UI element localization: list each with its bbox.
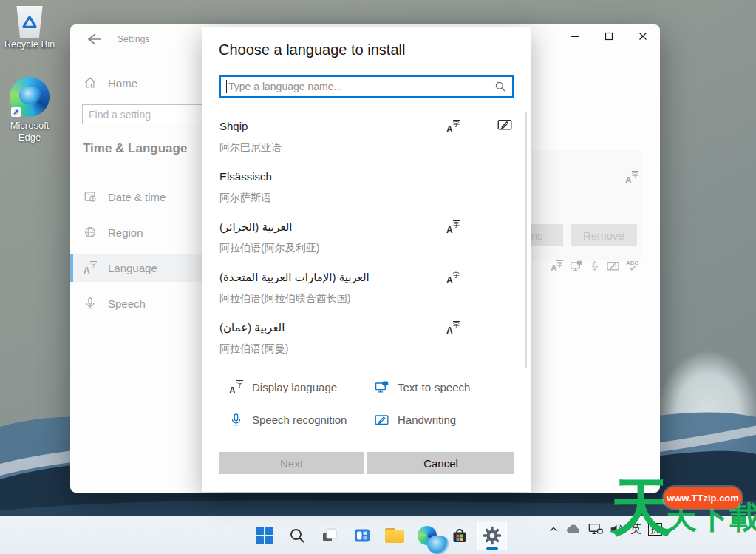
- shortcut-arrow-icon: ↗: [11, 107, 21, 117]
- gear-icon: [483, 526, 502, 545]
- edge-icon: [418, 526, 437, 545]
- desktop-icon-label: Microsoft Edge: [0, 120, 59, 143]
- volume-icon[interactable]: [610, 523, 624, 536]
- language-row[interactable]: العربية (الإمارات العربية المتحدة) 阿拉伯语(…: [219, 265, 515, 315]
- speech-recognition-icon: [590, 260, 600, 272]
- sidebar-item-date-time[interactable]: Date & time: [70, 183, 202, 211]
- recycle-bin-icon: [15, 6, 44, 38]
- ime-mode-indicator[interactable]: 拼: [648, 523, 662, 536]
- search-icon: [289, 527, 305, 544]
- divider: [202, 112, 531, 112]
- sidebar-item-label: Region: [108, 226, 143, 239]
- windows-logo-icon: [256, 527, 273, 544]
- display-language-icon: A字: [446, 120, 460, 133]
- sidebar-item-label: Home: [108, 77, 137, 89]
- legend-handwriting: Handwriting: [375, 413, 456, 427]
- language-row[interactable]: العربية (الجزائر) 阿拉伯语(阿尔及利亚) A字: [219, 214, 515, 265]
- text-caret: [226, 80, 227, 93]
- edge-icon: ↗: [10, 77, 50, 117]
- display-language-icon: A字: [229, 380, 243, 394]
- display-language-icon: A 字: [625, 171, 638, 184]
- display-language-icon: A字: [446, 220, 460, 234]
- language-row[interactable]: Shqip 阿尔巴尼亚语 A字: [219, 114, 515, 164]
- desktop-icon-recycle-bin[interactable]: Recycle Bin: [0, 6, 59, 50]
- legend-display-language: A字 Display language: [229, 380, 337, 394]
- back-button[interactable]: [84, 32, 103, 47]
- recycle-symbol-icon: [21, 15, 38, 30]
- legend-label: Text-to-speech: [398, 381, 470, 393]
- window-title: Settings: [118, 34, 149, 44]
- sidebar-item-region[interactable]: Region: [70, 218, 202, 246]
- onedrive-cloud-icon[interactable]: [565, 524, 582, 535]
- search-icon: [494, 81, 506, 92]
- settings-button[interactable]: [477, 521, 507, 550]
- globe-icon: [84, 226, 97, 239]
- text-to-speech-icon: [375, 380, 389, 394]
- desktop: Recycle Bin ↗ Microsoft Edge Settings Ho…: [0, 0, 756, 554]
- taskbar: 英 拼 15:14 2021/6/16 2: [0, 516, 756, 554]
- divider: [202, 368, 531, 368]
- minimize-button[interactable]: [558, 24, 592, 48]
- display-language-icon: A字: [446, 321, 460, 334]
- file-explorer-button[interactable]: [380, 521, 409, 550]
- tray-chevron-up-icon[interactable]: [548, 524, 559, 535]
- sidebar-item-label: Language: [108, 262, 157, 274]
- sidebar-section-header: Time & Language: [83, 141, 187, 156]
- legend-label: Handwriting: [398, 413, 456, 426]
- task-view-button[interactable]: [315, 521, 344, 550]
- edge-button[interactable]: [412, 521, 442, 550]
- dialog-title: Choose a language to install: [219, 41, 405, 58]
- display-language-icon: A字: [446, 271, 460, 284]
- list-scrollbar[interactable]: [525, 112, 527, 368]
- store-button[interactable]: [445, 521, 474, 550]
- display-language-icon: A 字: [84, 261, 97, 274]
- close-button[interactable]: [626, 24, 660, 48]
- widgets-icon: [353, 527, 371, 544]
- sidebar-item-language[interactable]: A 字 Language: [70, 254, 202, 282]
- next-button[interactable]: Next: [219, 452, 364, 474]
- sidebar-item-label: Date & time: [108, 191, 166, 203]
- speech-recognition-icon: [229, 413, 243, 427]
- handwriting-icon: [375, 413, 389, 427]
- handwriting-icon: [497, 118, 512, 131]
- remove-button[interactable]: Remove: [571, 224, 637, 246]
- language-row[interactable]: العربية (عمان) 阿拉伯语(阿曼) A字: [219, 315, 515, 365]
- sidebar-item-label: Speech: [108, 297, 146, 310]
- maximize-button[interactable]: [592, 24, 626, 48]
- text-to-speech-icon: [570, 260, 583, 272]
- home-icon: [84, 76, 97, 89]
- desktop-icon-label: Recycle Bin: [0, 38, 59, 50]
- legend-label: Speech recognition: [252, 413, 347, 426]
- task-view-icon: [321, 527, 338, 544]
- close-icon: [638, 32, 647, 41]
- legend-label: Display language: [252, 381, 337, 393]
- active-app-indicator: [486, 547, 498, 550]
- folder-icon: [385, 528, 404, 543]
- sidebar-item-home[interactable]: Home: [70, 69, 202, 97]
- display-language-icon: A 字: [551, 260, 563, 272]
- language-row[interactable]: Elsässisch 阿尔萨斯语: [219, 164, 515, 214]
- minimize-icon: [571, 32, 579, 41]
- choose-language-dialog: Choose a language to install Shqip 阿尔巴尼亚…: [202, 27, 531, 492]
- network-icon[interactable]: [588, 523, 603, 536]
- store-icon: [451, 527, 469, 544]
- legend-speech-recognition: Speech recognition: [229, 413, 347, 427]
- sidebar-item-speech[interactable]: Speech: [70, 289, 202, 317]
- basic-typing-icon: ABC: [626, 260, 638, 271]
- taskbar-search-button[interactable]: [282, 521, 312, 550]
- microphone-icon: [84, 297, 97, 310]
- start-button[interactable]: [250, 521, 279, 550]
- handwriting-icon: [607, 260, 619, 271]
- legend-text-to-speech: Text-to-speech: [375, 380, 470, 394]
- widgets-button[interactable]: [347, 521, 377, 550]
- desktop-icon-microsoft-edge[interactable]: ↗ Microsoft Edge: [0, 77, 59, 143]
- language-search-input[interactable]: [219, 75, 514, 98]
- sidebar-selected-indicator: [70, 254, 73, 282]
- ime-language-indicator[interactable]: 英: [630, 522, 641, 536]
- maximize-icon: [605, 32, 613, 41]
- cancel-button[interactable]: Cancel: [367, 452, 514, 474]
- date-time-icon: [84, 190, 97, 203]
